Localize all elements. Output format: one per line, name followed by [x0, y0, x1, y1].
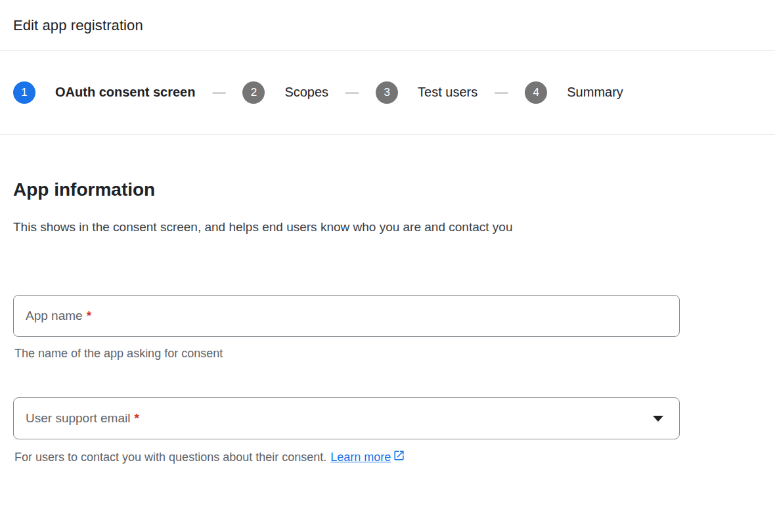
step-summary[interactable]: 4 Summary	[525, 81, 623, 104]
app-name-helper-text: The name of the app asking for consent	[14, 347, 762, 361]
support-email-helper-label: For users to contact you with questions …	[14, 451, 326, 464]
step-oauth-consent-screen[interactable]: 1 OAuth consent screen	[13, 81, 195, 104]
step-number-badge: 3	[376, 81, 398, 104]
app-name-label: App name	[26, 309, 83, 323]
app-name-field[interactable]: App name *	[13, 295, 680, 337]
dropdown-arrow-icon	[653, 416, 663, 422]
step-test-users[interactable]: 3 Test users	[376, 81, 477, 104]
step-label: OAuth consent screen	[55, 85, 195, 100]
section-heading: App information	[13, 179, 762, 200]
user-support-email-label: User support email	[26, 411, 130, 426]
stepper-divider	[0, 134, 775, 135]
step-separator: —	[212, 85, 225, 100]
step-separator: —	[495, 85, 508, 100]
step-separator: —	[345, 85, 359, 100]
step-number-badge: 2	[242, 81, 265, 104]
step-label: Summary	[567, 85, 623, 100]
app-name-field-group: App name * The name of the app asking fo…	[13, 295, 762, 361]
app-information-form: App name * The name of the app asking fo…	[13, 295, 762, 465]
user-support-email-dropdown[interactable]: User support email *	[13, 397, 680, 439]
wizard-stepper: 1 OAuth consent screen — 2 Scopes — 3 Te…	[0, 51, 775, 134]
required-asterisk: *	[87, 309, 91, 323]
step-label: Test users	[418, 85, 477, 100]
step-number-badge: 1	[13, 81, 35, 104]
learn-more-link[interactable]: Learn more	[330, 449, 405, 465]
support-email-helper-text: For users to contact you with questions …	[14, 449, 762, 465]
step-scopes[interactable]: 2 Scopes	[242, 81, 328, 104]
learn-more-label: Learn more	[330, 451, 391, 464]
step-number-badge: 4	[525, 81, 547, 104]
required-asterisk: *	[134, 411, 139, 426]
section-description: This shows in the consent screen, and he…	[13, 213, 642, 241]
app-information-section: App information This shows in the consen…	[0, 179, 775, 465]
page-title: Edit app registration	[13, 17, 762, 34]
external-link-icon	[393, 449, 405, 465]
page-header: Edit app registration	[0, 0, 775, 50]
step-label: Scopes	[284, 85, 328, 100]
support-email-field-group: User support email * For users to contac…	[13, 397, 762, 465]
